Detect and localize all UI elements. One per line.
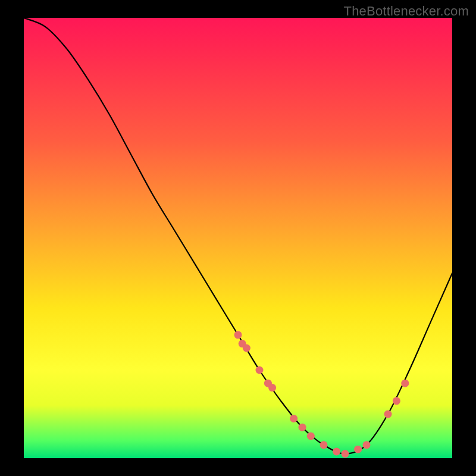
data-point — [268, 384, 276, 392]
data-point — [256, 367, 264, 374]
data-point — [320, 441, 328, 449]
data-point — [401, 380, 409, 387]
data-point — [354, 446, 362, 453]
data-point — [384, 411, 392, 418]
chart-svg — [24, 18, 452, 458]
chart-frame — [24, 18, 452, 458]
bottleneck-curve — [24, 18, 452, 454]
data-point — [234, 331, 242, 339]
watermark-text: TheBottlenecker.com — [344, 4, 469, 19]
data-point — [243, 345, 250, 352]
data-point — [342, 450, 349, 458]
data-point — [363, 441, 371, 449]
data-point — [393, 397, 400, 405]
data-point — [333, 447, 340, 455]
data-point-markers — [234, 331, 409, 458]
data-point — [290, 415, 298, 422]
data-point — [307, 433, 315, 440]
data-point — [299, 424, 306, 431]
